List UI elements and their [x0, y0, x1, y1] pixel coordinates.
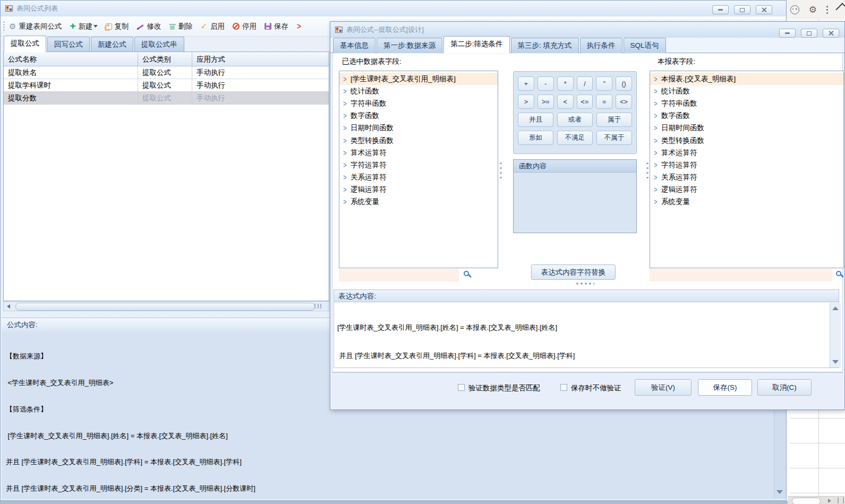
chevron-right-icon[interactable]: > [343, 112, 346, 120]
splitter-handle[interactable] [500, 161, 502, 181]
expression-content-body[interactable]: [学生课时表_交叉表引用_明细表].[姓名] = 本报表.[交叉表_明细表].[… [334, 302, 839, 368]
operator-button[interactable]: >= [537, 95, 554, 109]
tab-execute-condition[interactable]: 执行条件 [580, 38, 622, 53]
table-row-selected[interactable]: 提取分数 提取公式 手动执行 [4, 92, 329, 105]
verify-button[interactable]: 验证(V) [635, 379, 692, 396]
chevron-right-icon[interactable]: > [654, 87, 657, 96]
tree-item-selected[interactable]: >[学生课时表_交叉表引用_明细表] [339, 73, 498, 85]
dialog-minimize-button[interactable] [779, 29, 796, 38]
tree-item[interactable]: >算术运算符 [339, 147, 498, 159]
expression-vertical-scrollbar[interactable] [830, 303, 841, 368]
tree-item[interactable]: >数字函数 [339, 110, 498, 122]
no-validate-on-save-checkbox[interactable] [560, 384, 567, 391]
operator-button[interactable]: = [596, 95, 612, 109]
chevron-right-icon[interactable]: > [654, 136, 657, 144]
splitter-handle[interactable] [575, 283, 594, 285]
tree-item[interactable]: >统计函数 [650, 85, 843, 97]
tab-sql-statement[interactable]: SQL语句 [624, 38, 666, 53]
scroll-right-icon[interactable] [828, 499, 831, 503]
tree-item[interactable]: >数字函数 [650, 110, 843, 122]
delete-button[interactable]: 删除 [169, 22, 193, 31]
expression-replace-button[interactable]: 表达式内容字符替换 [531, 264, 616, 280]
chevron-right-icon[interactable]: > [343, 185, 346, 194]
rebuild-formula-button[interactable]: ⚙ 重建表间公式 [9, 22, 62, 31]
tree-item[interactable]: >系统变量 [650, 196, 843, 208]
chevron-right-icon[interactable]: > [654, 185, 657, 194]
chevron-right-icon[interactable]: > [654, 99, 657, 108]
chevron-right-icon[interactable]: > [343, 161, 346, 169]
save-button[interactable]: 保存 [264, 22, 288, 31]
operator-button[interactable]: " [596, 76, 612, 91]
tab-step3-fill-method[interactable]: 第三步: 填充方式 [511, 38, 579, 53]
tree-item[interactable]: >字符串函数 [650, 97, 843, 109]
tree-item[interactable]: >日期时间函数 [339, 122, 498, 134]
tab-new-formula[interactable]: 新建公式 [91, 37, 133, 52]
in-button[interactable]: 属于 [596, 113, 632, 127]
dialog-save-button[interactable]: 保存(S) [698, 379, 752, 396]
chevron-right-icon[interactable]: > [343, 124, 346, 132]
like-button[interactable]: 形如 [518, 131, 553, 145]
tab-basic-info[interactable]: 基本信息 [333, 38, 375, 53]
operator-button[interactable]: < [557, 95, 574, 109]
search-icon[interactable] [463, 270, 473, 280]
tab-writeback-formula[interactable]: 回写公式 [47, 37, 90, 52]
scroll-up-icon[interactable] [832, 306, 839, 310]
scrollbar-thumb[interactable] [15, 303, 315, 311]
search-icon[interactable] [835, 270, 845, 280]
table-row[interactable]: 提取姓名 提取公式 手动执行 [4, 66, 329, 79]
operator-button[interactable]: <= [577, 95, 593, 109]
new-button[interactable]: + 新建 [70, 22, 97, 31]
chevron-right-icon[interactable]: > [343, 149, 346, 157]
operator-button[interactable]: () [616, 76, 632, 91]
chevron-right-icon[interactable]: > [654, 198, 657, 206]
toolbar-overflow-icon[interactable]: > [297, 22, 301, 31]
operator-button[interactable]: * [557, 76, 574, 91]
operator-button[interactable]: > [518, 95, 534, 109]
tab-step1-data-source[interactable]: 第一步:数据来源 [377, 38, 442, 53]
tab-extract-formula[interactable]: 提取公式 [4, 36, 46, 52]
tab-step2-filter-condition[interactable]: 第二步:筛选条件 [443, 36, 509, 53]
maximize-button[interactable] [734, 5, 750, 14]
operator-button[interactable]: + [518, 76, 534, 91]
tree-item[interactable]: >类型转换函数 [339, 134, 498, 147]
tree-item[interactable]: >类型转换函数 [650, 134, 843, 147]
chevron-right-icon[interactable]: > [343, 75, 346, 83]
scrollbar-thumb[interactable] [792, 498, 821, 504]
not-satisfy-button[interactable]: 不满足 [557, 131, 593, 145]
chevron-right-icon[interactable]: > [654, 124, 657, 132]
chevron-right-icon[interactable]: > [343, 198, 346, 206]
operator-button[interactable]: / [577, 76, 593, 91]
tree-item[interactable]: >算术运算符 [650, 147, 843, 159]
and-button[interactable]: 并且 [518, 113, 553, 127]
settings-gear-icon[interactable]: ⚙ [809, 5, 817, 14]
left-field-search-input[interactable] [339, 269, 459, 281]
operator-button[interactable]: - [537, 76, 554, 91]
table-horizontal-scrollbar[interactable] [3, 301, 329, 311]
column-header[interactable]: 公式名称 [4, 52, 138, 66]
copy-button[interactable]: 复制 [106, 22, 129, 31]
tree-item[interactable]: >逻辑运算符 [650, 184, 843, 196]
tree-item[interactable]: >逻辑运算符 [339, 184, 498, 196]
or-button[interactable]: 或者 [557, 113, 593, 127]
dialog-maximize-button[interactable] [801, 29, 817, 38]
enable-button[interactable]: ✓ 启用 [201, 22, 225, 31]
tree-item-selected[interactable]: >本报表.[交叉表_明细表] [650, 73, 843, 85]
table-row[interactable]: 提取学科课时 提取公式 手动执行 [4, 79, 329, 92]
scrollbar-grip-icon[interactable] [838, 498, 844, 503]
tree-item[interactable]: >字符串函数 [339, 97, 498, 109]
cancel-button[interactable]: 取消(C) [757, 379, 812, 396]
column-header[interactable]: 公式类别 [138, 52, 192, 66]
column-header[interactable]: 应用方式 [192, 52, 329, 66]
tree-item[interactable]: >日期时间函数 [650, 122, 843, 134]
tree-item[interactable]: >字符运算符 [650, 159, 843, 171]
dropdown-arrow-icon[interactable] [93, 25, 98, 28]
tree-item[interactable]: >关系运算符 [650, 172, 843, 184]
tree-item[interactable]: >关系运算符 [339, 172, 498, 184]
chevron-right-icon[interactable]: > [654, 75, 657, 83]
scroll-left-icon[interactable] [7, 304, 10, 309]
modify-button[interactable]: 修改 [137, 22, 161, 31]
chevron-right-icon[interactable]: > [654, 149, 657, 157]
validate-type-checkbox[interactable] [458, 384, 465, 391]
chevron-right-icon[interactable]: > [343, 99, 346, 108]
scroll-down-icon[interactable] [776, 490, 783, 494]
